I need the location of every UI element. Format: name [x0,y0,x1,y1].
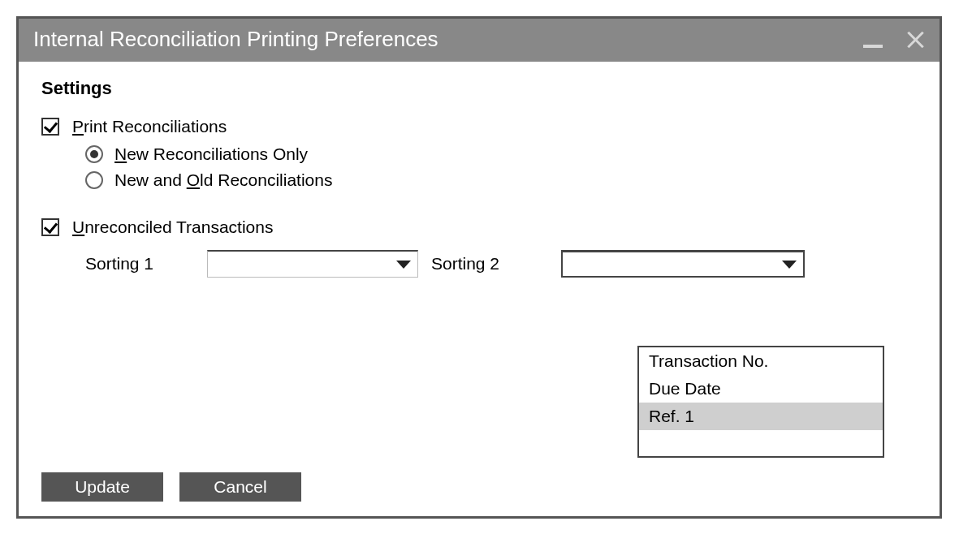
dropdown-item-transaction-no[interactable]: Transaction No. [639,347,883,375]
dialog-body: Settings Print Reconciliations New Recon… [19,62,940,516]
minimize-icon [863,45,883,48]
chevron-down-icon [396,261,411,269]
dropdown-item-due-date[interactable]: Due Date [639,375,883,403]
close-button[interactable] [905,30,925,50]
titlebar: Internal Reconciliation Printing Prefere… [19,19,940,62]
label-part: ew Reconciliations Only [127,144,308,163]
label-mnemonic: N [114,144,127,163]
sorting-row: Sorting 1 Sorting 2 [85,250,917,278]
radio-new-only-label[interactable]: New Reconciliations Only [114,144,308,164]
print-reconciliations-label[interactable]: Print Reconciliations [72,117,227,136]
dropdown-item-ref-1[interactable]: Ref. 1 [639,403,883,430]
sorting1-combo[interactable] [207,250,418,278]
dialog-buttons: Update Cancel [41,472,301,502]
reconciliation-options: New Reconciliations Only New and Old Rec… [85,144,917,190]
label-part: nreconciled Transactions [84,218,273,236]
dropdown-item-blank[interactable] [639,430,883,456]
titlebar-controls [863,30,925,50]
cancel-button[interactable]: Cancel [179,472,301,502]
unreconciled-checkbox[interactable] [41,218,59,236]
minimize-button[interactable] [863,30,883,50]
print-reconciliations-row: Print Reconciliations [41,117,917,136]
unreconciled-row: Unreconciled Transactions [41,218,917,237]
sorting2-label: Sorting 2 [431,254,529,274]
update-button[interactable]: Update [41,472,163,502]
label-mnemonic: O [187,170,200,189]
radio-new-only[interactable] [85,145,103,163]
sorting2-dropdown: Transaction No. Due Date Ref. 1 [637,346,884,458]
dialog-window: Internal Reconciliation Printing Prefere… [16,16,942,519]
sorting1-label: Sorting 1 [85,254,175,274]
window-title: Internal Reconciliation Printing Prefere… [33,27,438,52]
label-part: ld Reconciliations [200,170,332,189]
radio-new-and-old[interactable] [85,171,103,189]
print-reconciliations-checkbox[interactable] [41,118,59,136]
radio-new-and-old-row: New and Old Reconciliations [85,170,917,190]
label-part: New and [114,170,187,189]
close-icon [906,31,924,49]
sorting2-combo[interactable] [561,250,805,278]
chevron-down-icon [782,261,797,269]
label-part: rint Reconciliations [84,117,227,136]
settings-header: Settings [41,78,917,99]
radio-new-only-row: New Reconciliations Only [85,144,917,164]
unreconciled-label[interactable]: Unreconciled Transactions [72,218,273,237]
label-mnemonic: P [72,117,84,136]
radio-new-and-old-label[interactable]: New and Old Reconciliations [114,170,332,190]
label-mnemonic: U [72,218,84,236]
